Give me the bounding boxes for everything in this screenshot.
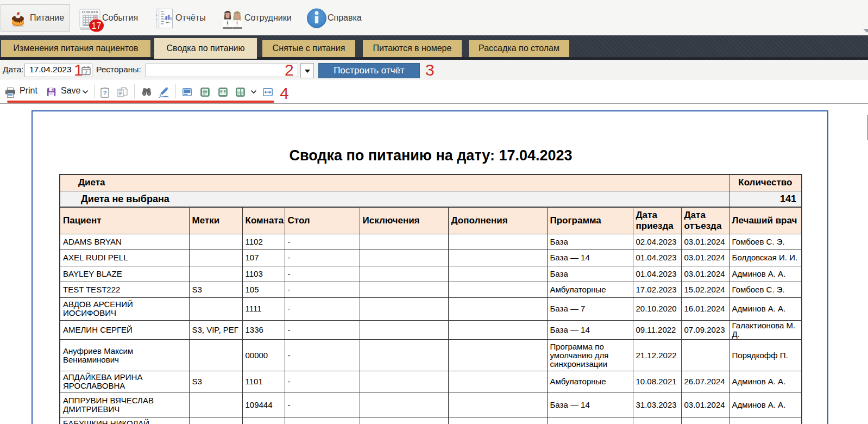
- svg-text:17: 17: [92, 21, 102, 30]
- svg-text:?: ?: [103, 90, 107, 96]
- svg-text:7: 7: [85, 70, 87, 75]
